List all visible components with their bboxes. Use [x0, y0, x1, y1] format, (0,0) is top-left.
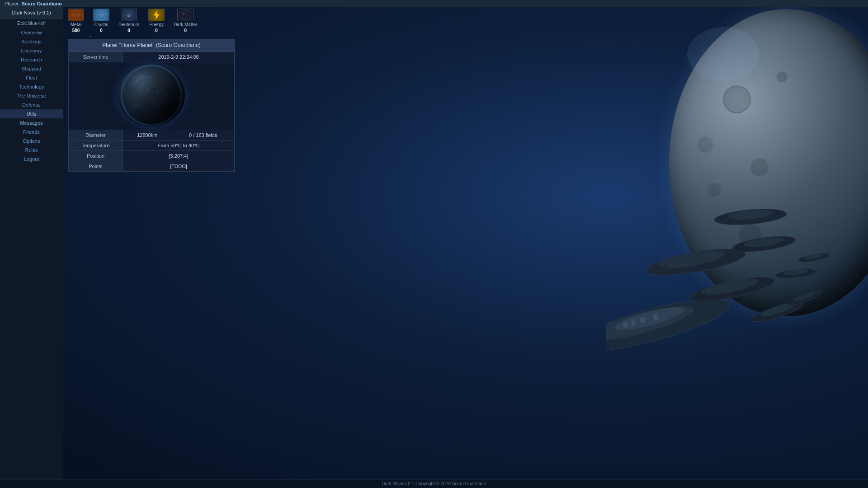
sidebar-item-friends[interactable]: Friends	[0, 127, 63, 136]
deuterium-value: 0	[127, 28, 130, 33]
sidebar-link-defense[interactable]: Defense	[22, 102, 41, 108]
svg-point-110	[121, 65, 182, 126]
planet-info-table: Server time 2019-2-9 22:24:06	[68, 52, 235, 172]
temperature-value: From 50°C to 90°C	[123, 141, 235, 151]
darkmatter-value: 0	[184, 28, 187, 33]
sidebar-link-buildings[interactable]: Buildings	[21, 39, 42, 44]
planet-image	[118, 64, 185, 127]
sidebar-item-overview[interactable]: Overview	[0, 28, 63, 37]
diameter-value: 12800km	[123, 130, 172, 141]
resource-darkmatter: Dark Matter 0	[174, 9, 197, 33]
metal-label: Metal	[71, 22, 81, 27]
sidebar-link-economy[interactable]: Economy	[21, 48, 42, 53]
resources-bar: Metal 500 Crystal 0 D Deuterium 0	[63, 7, 868, 34]
player-label: Player:	[5, 1, 20, 6]
sidebar-item-the-universe[interactable]: The Universe	[0, 91, 63, 100]
darkmatter-label: Dark Matter	[174, 22, 197, 27]
svg-text:D: D	[127, 14, 130, 18]
planet-image-container	[69, 62, 235, 130]
resource-energy: Energy 0	[148, 9, 165, 33]
sidebar-link-messages[interactable]: Messages	[20, 120, 42, 126]
svg-point-88	[179, 10, 191, 19]
sidebar-link-the-universe[interactable]: The Universe	[17, 93, 46, 99]
sidebar-item-defense[interactable]: Defense	[0, 100, 63, 109]
svg-point-89	[183, 13, 184, 15]
crystal-label: Crystal	[94, 22, 108, 27]
resource-crystal: Crystal 0	[93, 9, 109, 33]
fields-value: 0 / 163 fields	[172, 130, 234, 141]
sidebar: Dark Nova (v 0.1) Epic blue-ish Overview…	[0, 7, 63, 479]
crystal-icon	[93, 9, 109, 21]
sidebar-link-shipyard[interactable]: Shipyard	[22, 66, 41, 71]
resource-deuterium: D Deuterium 0	[118, 9, 139, 33]
darkmatter-icon	[177, 9, 193, 21]
points-value: [TODO]	[123, 161, 235, 172]
sidebar-item-buildings[interactable]: Buildings	[0, 37, 63, 46]
sidebar-item-fleet[interactable]: Fleet	[0, 73, 63, 82]
svg-point-90	[186, 15, 188, 17]
sidebar-link-rules[interactable]: Rules	[25, 147, 38, 153]
sidebar-link-research[interactable]: Research	[21, 57, 42, 62]
server-time-label: Server time	[69, 52, 123, 62]
deuterium-label: Deuterium	[118, 22, 139, 27]
sidebar-item-messages[interactable]: Messages	[0, 118, 63, 127]
planet-panel-title: Planet "Home Planet" (Scuro Guardiano)	[68, 39, 235, 52]
diameter-label: Diameter	[69, 130, 123, 141]
svg-point-91	[185, 13, 186, 14]
sidebar-link-logout[interactable]: Logout	[24, 156, 39, 162]
energy-label: Energy	[149, 22, 164, 27]
sidebar-link-technology[interactable]: Technology	[19, 84, 44, 89]
metal-value: 500	[72, 28, 80, 33]
sidebar-planet-name: Epic blue-ish	[0, 19, 63, 28]
server-time-value: 2019-2-9 22:24:06	[123, 52, 235, 62]
sidebar-link-options[interactable]: Options	[23, 138, 40, 144]
sidebar-item-utils[interactable]: Utils	[0, 109, 63, 118]
sidebar-item-research[interactable]: Research	[0, 55, 63, 64]
sidebar-item-options[interactable]: Options	[0, 136, 63, 145]
deuterium-icon: D	[121, 9, 137, 21]
position-value: [5:207:4]	[123, 151, 235, 161]
svg-marker-87	[154, 10, 159, 19]
sidebar-item-rules[interactable]: Rules	[0, 145, 63, 155]
sidebar-link-friends[interactable]: Friends	[23, 129, 40, 135]
sidebar-item-logout[interactable]: Logout	[0, 155, 63, 164]
position-label: Position	[69, 151, 123, 161]
sidebar-link-overview[interactable]: Overview	[21, 30, 42, 35]
sidebar-link-fleet[interactable]: Fleet	[26, 75, 37, 80]
player-name: Scuro Guardiano	[22, 1, 62, 6]
sidebar-title: Dark Nova (v 0.1)	[0, 7, 63, 19]
sidebar-item-shipyard[interactable]: Shipyard	[0, 64, 63, 73]
energy-value: 0	[155, 28, 158, 33]
temperature-label: Temperature	[69, 141, 123, 151]
energy-icon	[148, 9, 165, 21]
crystal-value: 0	[100, 28, 103, 33]
footer-text: Dark Nova v 0.1 Copyright © 2019 Scuro G…	[382, 481, 486, 486]
sidebar-item-economy[interactable]: Economy	[0, 46, 63, 55]
sidebar-item-technology[interactable]: Technology	[0, 82, 63, 91]
main-content: Planet "Home Planet" (Scuro Guardiano) S…	[63, 34, 868, 479]
metal-icon	[68, 9, 84, 21]
sidebar-label-utils: Utils	[27, 111, 36, 117]
top-bar: Player: Scuro Guardiano	[0, 0, 868, 7]
footer: Dark Nova v 0.1 Copyright © 2019 Scuro G…	[0, 479, 868, 488]
planet-panel: Planet "Home Planet" (Scuro Guardiano) S…	[68, 39, 235, 172]
resource-metal: Metal 500	[68, 9, 84, 33]
points-label: Points	[69, 161, 123, 172]
